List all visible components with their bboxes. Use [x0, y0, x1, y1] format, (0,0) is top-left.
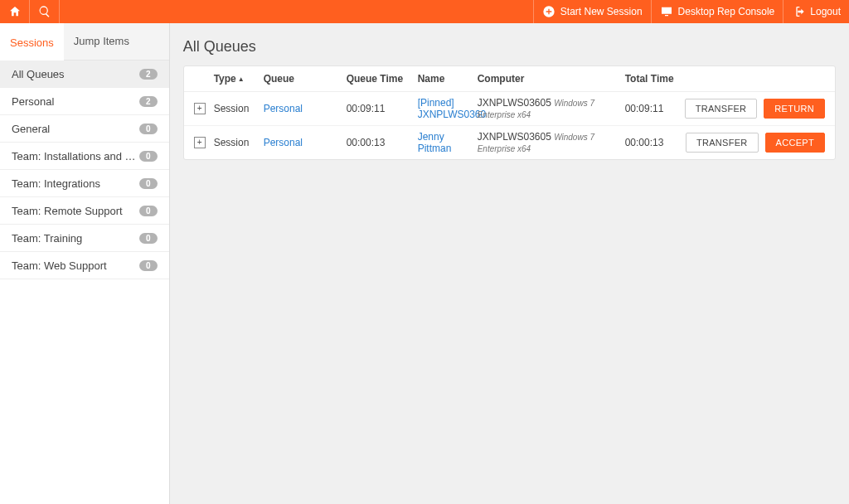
desktop-console-button[interactable]: Desktop Rep Console — [651, 0, 784, 23]
sidebar-item-label: Team: Training — [12, 232, 82, 245]
transfer-button[interactable]: TRANSFER — [685, 99, 758, 119]
sidebar-item-label: Team: Installations and Upg... — [12, 150, 136, 162]
th-computer[interactable]: Computer — [478, 73, 625, 85]
computer-name: JXNPLWS03605 — [478, 131, 551, 143]
sidebar-item-count: 0 — [139, 206, 158, 216]
sidebar-item-label: Team: Web Support — [12, 259, 107, 272]
return-button[interactable]: RETURN — [764, 99, 825, 119]
sidebar-item-label: Team: Integrations — [12, 177, 100, 190]
cell-actions: TRANSFER RETURN — [685, 99, 825, 119]
th-type[interactable]: Type ▲ — [214, 73, 264, 85]
search-button[interactable] — [30, 0, 60, 23]
th-queue-time[interactable]: Queue Time — [347, 73, 418, 85]
expand-cell: + — [194, 103, 214, 114]
cell-name-line2[interactable]: JXNPLWS0360 — [418, 109, 478, 120]
sidebar-item-all-queues[interactable]: All Queues 2 — [0, 61, 169, 88]
plus-circle-icon — [542, 5, 555, 18]
sidebar-item-label: General — [12, 123, 50, 135]
queue-list: All Queues 2 Personal 2 General 0 Team: … — [0, 61, 169, 504]
th-type-label: Type — [214, 73, 236, 85]
table-row[interactable]: + Session Personal 00:00:13 Jenny Pittma… — [184, 126, 835, 159]
search-icon — [38, 5, 51, 18]
accept-button[interactable]: ACCEPT — [765, 133, 825, 153]
th-queue[interactable]: Queue — [264, 73, 347, 85]
layout: Sessions Jump Items All Queues 2 Persona… — [0, 23, 849, 504]
sidebar-item-count: 2 — [139, 96, 158, 107]
start-session-button[interactable]: Start New Session — [533, 0, 651, 23]
sidebar-item-count: 0 — [139, 178, 158, 189]
cell-type: Session — [214, 103, 264, 114]
home-button[interactable] — [0, 0, 30, 23]
cell-queue[interactable]: Personal — [264, 137, 347, 148]
table-header: Type ▲ Queue Queue Time Name Computer To… — [184, 66, 835, 92]
tab-sessions[interactable]: Sessions — [0, 23, 64, 61]
cell-total-time: 00:00:13 — [625, 137, 685, 148]
logout-label: Logout — [810, 6, 841, 17]
sidebar-item-team-training[interactable]: Team: Training 0 — [0, 225, 169, 252]
computer-name: JXNPLWS03605 — [478, 97, 551, 109]
cell-computer: JXNPLWS03605 Windows 7 Enterprise x64 — [478, 131, 625, 154]
sidebar-item-count: 0 — [139, 233, 158, 244]
topbar-left — [0, 0, 60, 23]
transfer-button[interactable]: TRANSFER — [686, 133, 759, 153]
cell-name: Jenny Pittman — [418, 131, 478, 154]
cell-queue-time: 00:00:13 — [347, 137, 418, 148]
th-total-time[interactable]: Total Time — [625, 73, 685, 85]
plus-icon: + — [197, 104, 202, 113]
cell-name: [Pinned] JXNPLWS0360 — [418, 97, 478, 120]
home-icon — [8, 5, 22, 18]
sidebar-item-general[interactable]: General 0 — [0, 115, 169, 143]
expand-row-button[interactable]: + — [194, 103, 206, 114]
plus-icon: + — [197, 138, 202, 147]
table-row[interactable]: + Session Personal 00:09:11 [Pinned] JXN… — [184, 92, 835, 126]
topbar-right: Start New Session Desktop Rep Console Lo… — [533, 0, 849, 23]
cell-name-line1[interactable]: Jenny — [418, 131, 478, 143]
cell-type: Session — [214, 137, 264, 148]
expand-row-button[interactable]: + — [194, 137, 206, 148]
cell-computer: JXNPLWS03605 Windows 7 Enterprise x64 — [478, 97, 625, 120]
sort-ascending-icon: ▲ — [238, 75, 245, 83]
sidebar-item-team-remote-support[interactable]: Team: Remote Support 0 — [0, 197, 169, 225]
main: All Queues Type ▲ Queue Queue Time Name … — [170, 23, 849, 504]
topbar: Start New Session Desktop Rep Console Lo… — [0, 0, 849, 23]
sidebar-item-count: 0 — [139, 151, 158, 162]
sidebar-item-count: 0 — [139, 124, 158, 134]
expand-cell: + — [194, 137, 214, 148]
cell-name-line2[interactable]: Pittman — [418, 143, 478, 154]
th-name[interactable]: Name — [418, 73, 478, 85]
sidebar-item-label: All Queues — [12, 68, 65, 80]
sidebar-item-count: 0 — [139, 260, 158, 271]
cell-actions: TRANSFER ACCEPT — [685, 133, 825, 153]
sidebar-item-label: Personal — [12, 95, 54, 108]
sidebar-item-team-installations[interactable]: Team: Installations and Upg... 0 — [0, 143, 169, 170]
logout-button[interactable]: Logout — [783, 0, 849, 23]
tab-jump-items[interactable]: Jump Items — [64, 23, 139, 60]
sidebar-item-personal[interactable]: Personal 2 — [0, 88, 169, 115]
sidebar: Sessions Jump Items All Queues 2 Persona… — [0, 23, 170, 504]
logout-icon — [792, 5, 805, 18]
cell-queue[interactable]: Personal — [264, 103, 347, 114]
sidebar-item-label: Team: Remote Support — [12, 205, 123, 217]
cell-queue-time: 00:09:11 — [347, 103, 418, 114]
sidebar-item-count: 2 — [139, 69, 158, 80]
sidebar-item-team-web-support[interactable]: Team: Web Support 0 — [0, 252, 169, 279]
start-session-label: Start New Session — [560, 6, 643, 17]
sessions-table: Type ▲ Queue Queue Time Name Computer To… — [183, 65, 836, 160]
cell-name-line1[interactable]: [Pinned] — [418, 97, 478, 109]
page-title: All Queues — [183, 38, 836, 56]
monitor-icon — [660, 5, 673, 18]
cell-total-time: 00:09:11 — [625, 103, 685, 114]
sidebar-item-team-integrations[interactable]: Team: Integrations 0 — [0, 170, 169, 197]
sidebar-tabs: Sessions Jump Items — [0, 23, 169, 61]
desktop-console-label: Desktop Rep Console — [678, 6, 775, 17]
